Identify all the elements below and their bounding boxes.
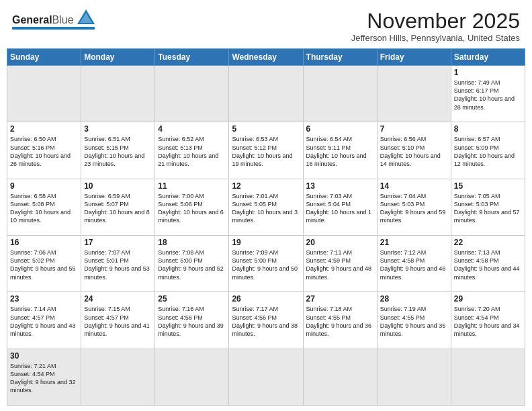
day-number: 4 [158,124,226,134]
day-info: Sunrise: 7:49 AM Sunset: 6:17 PM Dayligh… [454,79,522,111]
day-info: Sunrise: 7:14 AM Sunset: 4:57 PM Dayligh… [10,305,78,338]
day-number: 28 [380,294,448,304]
day-info: Sunrise: 7:04 AM Sunset: 5:03 PM Dayligh… [380,192,448,225]
day-cell: 17Sunrise: 7:07 AM Sunset: 5:01 PM Dayli… [81,236,155,292]
day-number: 23 [10,294,78,304]
col-wednesday: Wednesday [229,49,303,66]
day-cell: 16Sunrise: 7:06 AM Sunset: 5:02 PM Dayli… [7,236,81,292]
day-number: 19 [232,238,300,247]
day-number: 2 [10,124,78,134]
day-info: Sunrise: 7:06 AM Sunset: 5:02 PM Dayligh… [10,248,78,281]
day-number: 10 [84,181,152,191]
day-cell: 10Sunrise: 6:59 AM Sunset: 5:07 PM Dayli… [81,179,155,235]
day-cell: 27Sunrise: 7:18 AM Sunset: 4:55 PM Dayli… [303,292,377,349]
day-info: Sunrise: 7:20 AM Sunset: 4:54 PM Dayligh… [454,305,522,338]
logo-underline [12,27,95,30]
day-info: Sunrise: 7:21 AM Sunset: 4:54 PM Dayligh… [10,362,78,395]
col-monday: Monday [81,49,155,66]
day-cell: 23Sunrise: 7:14 AM Sunset: 4:57 PM Dayli… [7,292,81,349]
week-row-4: 23Sunrise: 7:14 AM Sunset: 4:57 PM Dayli… [7,292,525,349]
subtitle: Jefferson Hills, Pennsylvania, United St… [351,33,520,43]
day-number: 18 [158,238,226,247]
day-number: 26 [232,294,300,304]
day-cell: 19Sunrise: 7:09 AM Sunset: 5:00 PM Dayli… [229,236,303,292]
day-cell: 5Sunrise: 6:53 AM Sunset: 5:12 PM Daylig… [229,122,303,179]
day-number: 14 [380,181,448,191]
day-info: Sunrise: 7:18 AM Sunset: 4:55 PM Dayligh… [306,305,374,338]
day-cell: 4Sunrise: 6:52 AM Sunset: 5:13 PM Daylig… [155,122,229,179]
day-cell [155,349,229,405]
day-cell [229,349,303,405]
col-thursday: Thursday [303,49,377,66]
day-info: Sunrise: 7:16 AM Sunset: 4:56 PM Dayligh… [158,305,226,338]
day-info: Sunrise: 6:50 AM Sunset: 5:16 PM Dayligh… [10,135,78,168]
day-cell [7,66,81,122]
day-cell: 9Sunrise: 6:58 AM Sunset: 5:08 PM Daylig… [7,179,81,235]
day-info: Sunrise: 7:08 AM Sunset: 5:00 PM Dayligh… [158,248,226,281]
logo-icon [77,9,95,24]
day-number: 21 [380,238,448,247]
day-number: 25 [158,294,226,304]
day-cell: 29Sunrise: 7:20 AM Sunset: 4:54 PM Dayli… [451,292,525,349]
day-cell [377,66,451,122]
calendar: Sunday Monday Tuesday Wednesday Thursday… [0,48,532,411]
day-info: Sunrise: 6:58 AM Sunset: 5:08 PM Dayligh… [10,192,78,225]
day-info: Sunrise: 6:51 AM Sunset: 5:15 PM Dayligh… [84,135,152,168]
day-number: 13 [306,181,374,191]
day-number: 24 [84,294,152,304]
day-number: 3 [84,124,152,134]
day-cell: 13Sunrise: 7:03 AM Sunset: 5:04 PM Dayli… [303,179,377,235]
day-cell: 30Sunrise: 7:21 AM Sunset: 4:54 PM Dayli… [7,349,81,405]
day-info: Sunrise: 7:11 AM Sunset: 4:59 PM Dayligh… [306,248,374,281]
day-info: Sunrise: 6:53 AM Sunset: 5:12 PM Dayligh… [232,135,300,168]
day-cell [229,66,303,122]
day-info: Sunrise: 7:05 AM Sunset: 5:03 PM Dayligh… [454,192,522,225]
logo: GeneralBlue [12,9,95,30]
calendar-body: 1Sunrise: 7:49 AM Sunset: 6:17 PM Daylig… [7,66,525,406]
day-cell: 12Sunrise: 7:01 AM Sunset: 5:05 PM Dayli… [229,179,303,235]
week-row-5: 30Sunrise: 7:21 AM Sunset: 4:54 PM Dayli… [7,349,525,405]
day-cell: 14Sunrise: 7:04 AM Sunset: 5:03 PM Dayli… [377,179,451,235]
page: GeneralBlue November 2025 Jefferson Hill… [0,0,532,411]
header: GeneralBlue November 2025 Jefferson Hill… [0,0,532,48]
day-cell: 20Sunrise: 7:11 AM Sunset: 4:59 PM Dayli… [303,236,377,292]
day-number: 27 [306,294,374,304]
days-row: Sunday Monday Tuesday Wednesday Thursday… [7,49,525,66]
day-number: 29 [454,294,522,304]
day-info: Sunrise: 7:00 AM Sunset: 5:06 PM Dayligh… [158,192,226,225]
day-cell [81,66,155,122]
col-friday: Friday [377,49,451,66]
day-cell: 21Sunrise: 7:12 AM Sunset: 4:58 PM Dayli… [377,236,451,292]
day-number: 1 [454,68,522,77]
day-cell: 6Sunrise: 6:54 AM Sunset: 5:11 PM Daylig… [303,122,377,179]
day-number: 20 [306,238,374,247]
day-info: Sunrise: 7:17 AM Sunset: 4:56 PM Dayligh… [232,305,300,338]
day-cell [155,66,229,122]
day-info: Sunrise: 7:09 AM Sunset: 5:00 PM Dayligh… [232,248,300,281]
day-info: Sunrise: 6:59 AM Sunset: 5:07 PM Dayligh… [84,192,152,225]
day-cell [81,349,155,405]
day-number: 8 [454,124,522,134]
day-number: 16 [10,238,78,247]
col-sunday: Sunday [7,49,81,66]
day-cell: 18Sunrise: 7:08 AM Sunset: 5:00 PM Dayli… [155,236,229,292]
week-row-1: 2Sunrise: 6:50 AM Sunset: 5:16 PM Daylig… [7,122,525,179]
day-cell: 28Sunrise: 7:19 AM Sunset: 4:55 PM Dayli… [377,292,451,349]
day-cell: 25Sunrise: 7:16 AM Sunset: 4:56 PM Dayli… [155,292,229,349]
logo-text: GeneralBlue [12,15,74,26]
day-cell: 8Sunrise: 6:57 AM Sunset: 5:09 PM Daylig… [451,122,525,179]
day-info: Sunrise: 7:15 AM Sunset: 4:57 PM Dayligh… [84,305,152,338]
day-number: 6 [306,124,374,134]
day-cell: 15Sunrise: 7:05 AM Sunset: 5:03 PM Dayli… [451,179,525,235]
day-info: Sunrise: 7:01 AM Sunset: 5:05 PM Dayligh… [232,192,300,225]
day-info: Sunrise: 7:03 AM Sunset: 5:04 PM Dayligh… [306,192,374,225]
calendar-table: Sunday Monday Tuesday Wednesday Thursday… [7,48,525,406]
week-row-2: 9Sunrise: 6:58 AM Sunset: 5:08 PM Daylig… [7,179,525,235]
day-number: 15 [454,181,522,191]
day-info: Sunrise: 7:13 AM Sunset: 4:58 PM Dayligh… [454,248,522,281]
day-number: 11 [158,181,226,191]
day-cell: 2Sunrise: 6:50 AM Sunset: 5:16 PM Daylig… [7,122,81,179]
month-title: November 2025 [351,9,520,33]
day-cell [451,349,525,405]
day-info: Sunrise: 6:57 AM Sunset: 5:09 PM Dayligh… [454,135,522,168]
